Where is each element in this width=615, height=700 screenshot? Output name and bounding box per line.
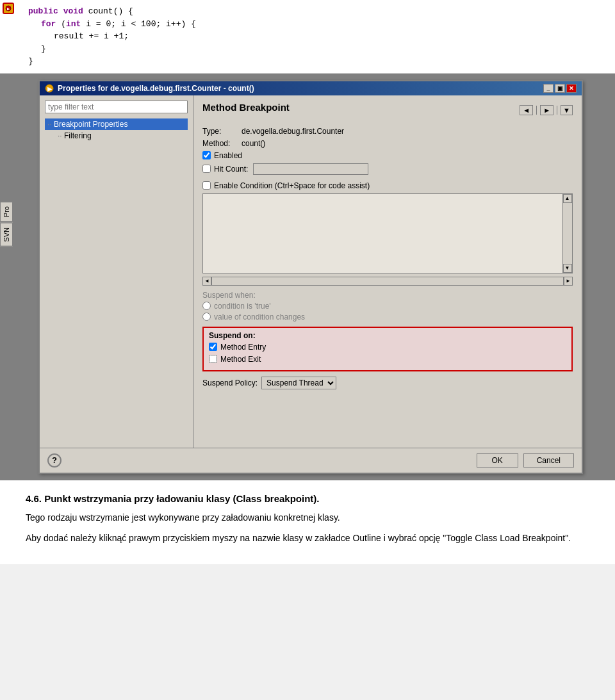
dialog-icon: ▶ [45, 84, 54, 93]
code-line-2: for (int i = 0; i < 100; i++) { [28, 18, 605, 31]
condition-true-row: condition is 'true' [202, 302, 573, 311]
condition-changes-radio[interactable] [202, 313, 211, 321]
type-value: de.vogella.debug.first.Counter [242, 127, 344, 136]
dialog-bottom: ? OK Cancel [40, 448, 582, 473]
hit-count-checkbox[interactable] [202, 165, 211, 173]
method-value: count() [242, 139, 265, 148]
hit-count-row: Hit Count: [202, 163, 573, 175]
suspend-on-section: Suspend on: Method Entry Method Exit [202, 327, 573, 371]
method-exit-label: Method Exit [220, 355, 261, 364]
code-line-1: public void count() { [28, 5, 605, 18]
condition-textarea[interactable] [203, 194, 562, 271]
enabled-label: Enabled [214, 151, 242, 160]
enable-condition-row: Enable Condition (Ctrl+Space for code as… [202, 181, 573, 190]
condition-textarea-wrapper: ▲ ▼ [202, 193, 573, 273]
type-row: Type: de.vogella.debug.first.Counter [202, 127, 573, 136]
method-exit-row: Method Exit [209, 355, 566, 364]
h-scroll-right-arrow[interactable]: ► [564, 277, 573, 286]
method-exit-checkbox[interactable] [209, 355, 217, 363]
method-entry-checkbox[interactable] [209, 343, 217, 351]
sidebar-tab-pro-label: Pro [3, 206, 10, 217]
code-area: ▶ public void count() { for (int i = 0; … [0, 0, 615, 74]
sidebar-tab-pro[interactable]: Pro [0, 202, 13, 222]
nav-back-button[interactable]: ◄ [520, 105, 533, 115]
body-heading: 4.6. Punkt wstrzymania przy ładowaniu kl… [26, 493, 589, 504]
hit-count-input[interactable] [253, 163, 368, 175]
method-row: Method: count() [202, 139, 573, 148]
code-line-5: } [28, 55, 605, 68]
dialog-titlebar: ▶ Properties for de.vogella.debug.first.… [40, 81, 582, 95]
sidebar-tabs: Pro SVN [0, 202, 13, 247]
code-line-4: } [28, 43, 605, 56]
sidebar-tab-svn[interactable]: SVN [0, 223, 13, 247]
dialog-body: ·· Breakpoint Properties ·· Filtering Me… [40, 95, 582, 448]
enabled-checkbox[interactable] [202, 151, 211, 159]
suspend-when-label: Suspend when: [202, 291, 573, 300]
nav-dropdown-button[interactable]: ▼ [561, 105, 573, 115]
scroll-thumb [563, 203, 572, 264]
tree-item-filtering[interactable]: ·· Filtering [45, 130, 188, 142]
nav-arrows: ◄ ► ▼ [520, 105, 573, 115]
debug-icon: ▶ [3, 3, 14, 14]
type-label: Type: [202, 127, 238, 136]
enable-condition-label: Enable Condition (Ctrl+Space for code as… [214, 181, 370, 190]
body-text-section: 4.6. Punkt wstrzymania przy ładowaniu kl… [0, 480, 615, 565]
enabled-row: Enabled [202, 151, 573, 160]
method-entry-label: Method Entry [220, 343, 266, 352]
close-button[interactable]: ✕ [566, 84, 577, 93]
bottom-buttons: OK Cancel [477, 453, 574, 468]
properties-dialog: ▶ Properties for de.vogella.debug.first.… [38, 80, 583, 474]
tree-item-label-1: Filtering [64, 131, 92, 140]
minimize-button[interactable]: _ [543, 84, 554, 93]
tree-item-breakpoint-properties[interactable]: ·· Breakpoint Properties [45, 118, 188, 130]
titlebar-buttons: _ ▣ ✕ [543, 84, 577, 93]
right-panel-title: Method Breakpoint [202, 102, 290, 113]
scroll-up-arrow[interactable]: ▲ [563, 194, 572, 203]
enable-condition-checkbox[interactable] [202, 181, 211, 190]
h-scroll-left-arrow[interactable]: ◄ [202, 277, 211, 286]
help-icon-label: ? [52, 455, 57, 465]
suspend-policy-select[interactable]: Suspend Thread Suspend VM [261, 377, 336, 389]
nav-divider2 [557, 106, 557, 115]
suspend-policy-row: Suspend Policy: Suspend Thread Suspend V… [202, 377, 573, 389]
svg-text:▶: ▶ [47, 86, 53, 92]
suspend-when-section: Suspend when: condition is 'true' value … [202, 291, 573, 322]
method-entry-row: Method Entry [209, 343, 566, 352]
code-line-3: result += i +1; [28, 30, 605, 43]
body-para-2: Aby dodać należy kliknąć prawym przycisk… [26, 531, 589, 545]
suspend-on-label: Suspend on: [209, 331, 566, 340]
h-scroll-track[interactable] [211, 277, 564, 286]
condition-changes-label: value of condition changes [214, 313, 305, 322]
condition-true-radio[interactable] [202, 302, 211, 310]
condition-changes-row: value of condition changes [202, 313, 573, 322]
nav-forward-button[interactable]: ► [540, 105, 554, 115]
hit-count-label: Hit Count: [214, 165, 248, 174]
ok-button[interactable]: OK [477, 453, 518, 468]
tree-item-label-0: Breakpoint Properties [54, 120, 127, 129]
suspend-policy-label: Suspend Policy: [202, 378, 258, 387]
help-button[interactable]: ? [47, 453, 62, 468]
cancel-button[interactable]: Cancel [523, 453, 574, 468]
left-panel: ·· Breakpoint Properties ·· Filtering [40, 95, 193, 448]
scroll-down-arrow[interactable]: ▼ [563, 264, 572, 273]
method-label: Method: [202, 139, 238, 148]
filter-input[interactable] [45, 101, 188, 113]
nav-divider [536, 106, 537, 115]
vertical-scrollbar[interactable]: ▲ ▼ [562, 194, 572, 273]
horizontal-scroll: ◄ ► [202, 277, 573, 286]
body-para-1: Tego rodzaju wstrzymanie jest wykonywane… [26, 510, 589, 525]
sidebar-tab-svn-label: SVN [3, 227, 10, 242]
dialog-title: Properties for de.vogella.debug.first.Co… [58, 84, 254, 93]
condition-section: Enable Condition (Ctrl+Space for code as… [202, 181, 573, 286]
condition-true-label: condition is 'true' [214, 302, 271, 311]
right-panel: Method Breakpoint ◄ ► ▼ Type: de.vogella… [193, 95, 582, 448]
restore-button[interactable]: ▣ [555, 84, 565, 93]
